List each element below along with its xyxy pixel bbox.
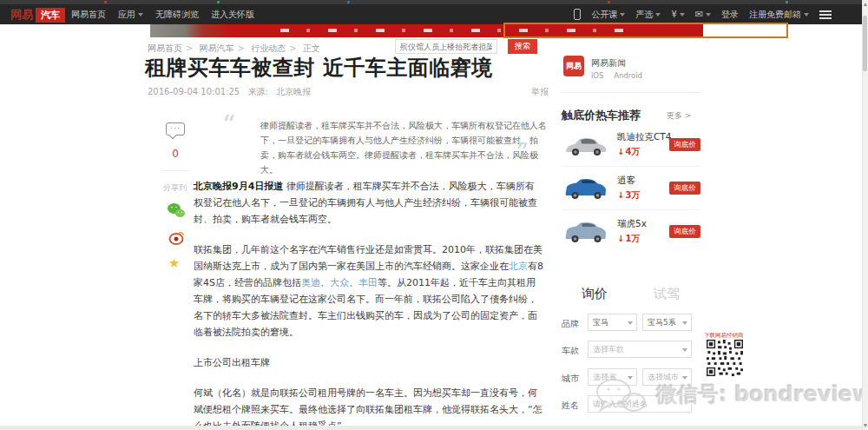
close-quote-icon: ” — [516, 137, 529, 168]
mobile-app-icon[interactable] — [574, 9, 581, 20]
divider — [562, 92, 700, 93]
open-quote-icon: “ — [222, 109, 235, 140]
nav-login[interactable]: 登录 — [721, 9, 739, 21]
paragraph-2: 联拓集团，几年前这个名字在汽车销售行业还是如雷贯耳。2010年，联拓集团在美国纳… — [194, 241, 543, 341]
search-button[interactable]: 搜索 — [508, 39, 537, 54]
inquiry-price-button[interactable]: 询底价 — [669, 225, 700, 238]
brand-label: 品牌 — [562, 318, 579, 330]
nav-yanxuan[interactable]: 严选 — [635, 9, 661, 21]
search-input[interactable] — [395, 39, 497, 54]
nav-netease-home[interactable]: 网易首页 — [71, 9, 106, 21]
inquiry-price-button[interactable]: 询底价 — [669, 138, 700, 151]
article-body: 北京晚报9月4日报道 律师提醒读者，租车牌买车并不合法，风险极大，车辆所有权登记… — [194, 178, 543, 430]
paragraph-1: 北京晚报9月4日报道 律师提醒读者，租车牌买车并不合法，风险极大，车辆所有权登记… — [194, 178, 543, 228]
qr-code — [707, 340, 743, 380]
app-name: 网易新闻 — [591, 57, 626, 69]
scroll-down-arrow-icon[interactable] — [864, 424, 867, 427]
nav-open-course[interactable]: 公开课 — [591, 9, 625, 21]
model-select[interactable]: 选择车款 — [588, 341, 692, 358]
header-right-nav: 公开课 严选 ¥ ✉ 登录 注册免费邮箱 — [574, 4, 832, 24]
city-label: 城市 — [562, 373, 579, 385]
qr-label: 下载网易经销商 — [704, 333, 747, 339]
price-drop-icon — [617, 234, 625, 243]
car-image-sedan — [563, 133, 608, 161]
page: 网易 汽车 网易首页 应用 无障碍浏览 进入关怀版 公开课 严选 ¥ ✉ 登录 … — [0, 0, 868, 430]
chevron-down-icon — [804, 13, 809, 17]
crumb-industry-news[interactable]: 行业动态 — [251, 43, 296, 53]
comment-bubble-icon[interactable] — [166, 122, 185, 136]
hamburger-menu-icon[interactable] — [819, 10, 832, 12]
price-drop: 4万 — [617, 146, 640, 158]
share-label: 分享到 — [163, 182, 187, 194]
chevron-down-icon — [680, 13, 685, 17]
nav-register-mailbox[interactable]: 注册免费邮箱 — [749, 9, 809, 21]
scrollbar[interactable] — [862, 0, 868, 430]
mail-icon: ✉ — [695, 9, 703, 20]
article-date: 2016-09-04 10:01:25 — [148, 87, 240, 96]
page-bottom-edge — [0, 426, 862, 430]
breadcrumb: 网易首页 网易汽车 行业动态 正文 — [148, 43, 324, 55]
page-title: 租牌买车车被查封 近千车主面临窘境 — [145, 54, 493, 82]
chevron-down-icon — [620, 13, 625, 17]
brand-select[interactable]: 宝马 — [588, 314, 637, 331]
link-audi[interactable]: 奥迪 — [301, 277, 320, 288]
logo-brand: 网易 — [10, 7, 33, 23]
netease-auto-logo[interactable]: 网易 汽车 — [10, 7, 65, 23]
link-volkswagen[interactable]: 大众 — [330, 277, 349, 288]
price-drop: 3万 — [617, 189, 640, 202]
car-name[interactable]: 逍客 — [617, 175, 635, 187]
divider — [161, 170, 189, 171]
scrollbar-thumb[interactable] — [863, 16, 867, 71]
price-drop-icon — [617, 190, 625, 200]
nav-finance[interactable]: ¥ — [671, 10, 684, 19]
paragraph-lead: 北京晚报9月4日报道 — [194, 181, 283, 192]
app-platforms: iOS Android — [591, 71, 650, 80]
crumb-article: 正文 — [303, 43, 320, 53]
link-toyota[interactable]: 丰田 — [358, 277, 378, 288]
crumb-netease-auto[interactable]: 网易汽车 — [200, 43, 245, 53]
paragraph-3: 何斌（化名）就是向联拓公司租用号牌的一名车主。因为想买车却一直没有号，何斌便想租… — [194, 385, 543, 430]
car-row-cadillac-ct4: 凯迪拉克CT4 4万 询底价 — [562, 125, 700, 167]
app-link-android[interactable]: Android — [614, 71, 642, 80]
nav-accessibility[interactable]: 无障碍浏览 — [155, 9, 199, 21]
more-link[interactable]: 更多 > — [667, 110, 691, 122]
weibo-share-icon[interactable] — [168, 230, 185, 249]
tab-price-inquiry[interactable]: 询价 — [582, 286, 608, 302]
province-select[interactable]: 选择省 — [588, 368, 637, 386]
model-label: 车款 — [562, 345, 579, 357]
name-input[interactable] — [588, 395, 692, 413]
site-header: 网易 汽车 网易首页 应用 无障碍浏览 进入关怀版 公开课 严选 ¥ ✉ 登录 … — [0, 4, 868, 24]
tab-test-drive[interactable]: 试驾 — [654, 286, 680, 302]
ad-frame — [503, 23, 788, 38]
car-image-suv-gray — [563, 220, 608, 248]
netease-app-logo[interactable]: 网易 — [563, 56, 584, 76]
car-name[interactable]: 瑞虎5x — [617, 218, 647, 230]
link-beijing[interactable]: 北京 — [509, 261, 528, 272]
name-label: 姓名 — [562, 400, 579, 412]
car-name[interactable]: 凯迪拉克CT4 — [617, 131, 671, 143]
header-left-nav: 网易首页 应用 无障碍浏览 进入关怀版 — [71, 4, 254, 24]
price-drop: 1万 — [617, 233, 640, 245]
chevron-down-icon — [138, 13, 143, 17]
scroll-up-arrow-icon[interactable] — [864, 3, 867, 6]
wechat-share-icon[interactable] — [167, 202, 186, 222]
city-select[interactable]: 选择城市 — [642, 368, 692, 386]
car-image-suv-blue — [563, 176, 608, 204]
section-subheading: 上市公司出租车牌 — [194, 354, 543, 371]
crumb-netease-home[interactable]: 网易首页 — [148, 43, 193, 53]
comment-count[interactable]: 0 — [166, 148, 185, 160]
car-row-qashqai: 逍客 3万 询底价 — [562, 169, 700, 210]
chevron-down-icon — [655, 13, 661, 17]
series-select[interactable]: 宝马5系 — [642, 314, 692, 331]
app-link-ios[interactable]: iOS — [591, 71, 603, 80]
nav-mail[interactable]: ✉ — [695, 9, 711, 20]
star-share-icon[interactable] — [168, 255, 180, 271]
chevron-down-icon — [706, 13, 711, 17]
source-label: 来源: — [247, 87, 267, 96]
logo-section: 汽车 — [36, 8, 65, 23]
nav-apps[interactable]: 应用 — [118, 9, 143, 21]
source-name[interactable]: 北京晚报 — [276, 87, 311, 96]
nav-care-version[interactable]: 进入关怀版 — [211, 9, 254, 21]
report-link[interactable]: 举报 — [531, 86, 549, 98]
inquiry-price-button[interactable]: 询底价 — [669, 182, 700, 195]
